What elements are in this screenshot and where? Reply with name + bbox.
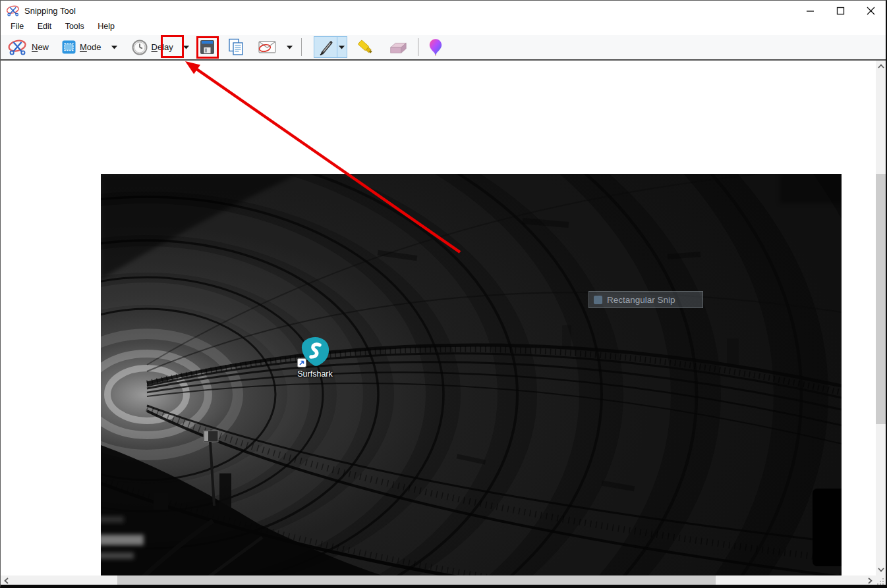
pen-button[interactable] <box>314 37 337 57</box>
title-bar: Snipping Tool <box>1 1 886 20</box>
new-label: New <box>32 42 49 52</box>
close-icon <box>867 7 875 15</box>
pen-icon <box>317 39 334 56</box>
ghost-tooltip-label: Rectangular Snip <box>607 295 675 305</box>
scissors-icon <box>6 5 20 16</box>
toolbar-separator <box>301 38 302 56</box>
edit-with-paint3d-button[interactable] <box>426 36 445 59</box>
highlighter-icon <box>357 38 375 57</box>
chevron-down-icon <box>878 568 884 572</box>
horizontal-scrollbar[interactable] <box>1 575 876 585</box>
email-button[interactable] <box>256 39 295 56</box>
mode-label: Mode <box>80 42 101 52</box>
vertical-scrollbar[interactable] <box>876 61 886 575</box>
maximize-button[interactable] <box>825 1 855 20</box>
chevron-left-icon <box>4 577 9 584</box>
desktop-icon-label: Surfshark <box>295 369 335 379</box>
paint3d-balloon-icon <box>428 38 443 57</box>
email-dropdown-caret-icon[interactable] <box>287 45 293 49</box>
eraser-button[interactable] <box>386 36 411 59</box>
scroll-right-button[interactable] <box>865 575 876 585</box>
menu-help[interactable]: Help <box>93 20 119 33</box>
menu-bar: File Edit Tools Help <box>1 20 886 35</box>
highlighter-button[interactable] <box>354 36 378 59</box>
resize-grip[interactable] <box>876 575 886 585</box>
shortcut-arrow-icon <box>297 358 306 367</box>
copy-button[interactable] <box>225 36 248 59</box>
snipping-tool-window: Snipping Tool File Edit Tools Help <box>0 0 887 588</box>
snip-canvas-area: Rectangular Snip Surfshark <box>1 61 876 575</box>
resize-grip-icon <box>876 575 886 585</box>
snip-mode-icon <box>594 296 602 304</box>
scroll-down-button[interactable] <box>876 564 886 575</box>
ghost-tooltip: Rectangular Snip <box>588 291 703 308</box>
chevron-right-icon <box>868 577 873 584</box>
minimize-icon <box>806 7 815 15</box>
captured-snip-image[interactable]: Rectangular Snip Surfshark <box>101 174 842 575</box>
toolbar: New Mode Delay <box>1 35 886 61</box>
close-button[interactable] <box>855 1 886 20</box>
maximize-icon <box>836 7 845 15</box>
scissors-icon <box>8 39 28 55</box>
toolbar-separator <box>418 38 418 56</box>
pen-button-group <box>314 36 347 58</box>
vertical-scrollbar-thumb[interactable] <box>876 174 886 424</box>
mode-select-icon <box>62 40 76 54</box>
minimize-button[interactable] <box>795 1 825 20</box>
clock-icon <box>132 40 148 55</box>
pen-dropdown-caret-icon[interactable] <box>337 37 347 57</box>
mode-button[interactable]: Mode <box>59 38 120 56</box>
eraser-icon <box>388 39 408 56</box>
delay-dropdown-caret-icon[interactable] <box>183 45 189 49</box>
menu-edit[interactable]: Edit <box>33 20 57 33</box>
save-highlight-box <box>196 36 219 59</box>
tunnel-photo <box>101 174 842 575</box>
surfshark-desktop-icon: Surfshark <box>295 336 335 379</box>
new-button[interactable]: New <box>5 37 51 57</box>
save-floppy-icon <box>200 40 215 55</box>
annotation-highlight-box <box>161 35 184 58</box>
chevron-up-icon <box>878 64 884 68</box>
mode-dropdown-caret-icon[interactable] <box>111 45 117 49</box>
email-icon <box>258 41 277 54</box>
horizontal-scrollbar-thumb[interactable] <box>117 575 716 585</box>
scroll-left-button[interactable] <box>1 575 12 585</box>
save-button[interactable] <box>200 40 215 55</box>
scroll-up-button[interactable] <box>876 61 886 72</box>
menu-file[interactable]: File <box>6 20 28 33</box>
menu-tools[interactable]: Tools <box>61 20 89 33</box>
copy-icon <box>228 38 245 56</box>
window-title: Snipping Tool <box>24 6 76 16</box>
